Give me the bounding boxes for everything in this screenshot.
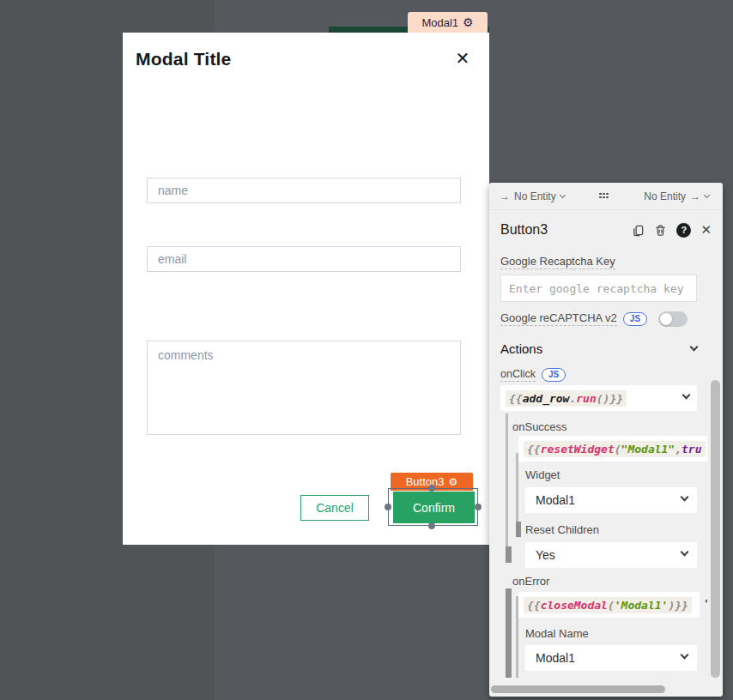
code-token: run: [576, 392, 596, 405]
delete-icon[interactable]: [654, 224, 667, 237]
code-token: closeModal: [541, 599, 608, 612]
vertical-scrollbar[interactable]: [711, 380, 720, 678]
resize-handle-top[interactable]: [428, 485, 435, 492]
tree-connector: [506, 413, 508, 562]
copy-icon[interactable]: [632, 224, 645, 237]
modal-name-label: Modal Name: [525, 627, 589, 640]
arrow-right-icon: →: [500, 190, 510, 202]
help-icon[interactable]: ?: [676, 223, 691, 238]
tree-connector-stub: [506, 546, 512, 563]
resize-handle-bottom[interactable]: [428, 522, 435, 529]
onsuccess-code: {{resetWidget("Modal1",tru: [524, 441, 706, 457]
recaptcha-v2-row: Google reCAPTCHA v2 JS: [500, 311, 647, 326]
code-token: ,: [675, 443, 682, 456]
arrow-right-icon: →: [690, 190, 700, 202]
modal-name-value: Modal1: [536, 651, 575, 665]
close-icon[interactable]: ✕: [451, 46, 475, 70]
code-token: ()}}: [597, 392, 623, 405]
horizontal-scrollbar[interactable]: [491, 685, 665, 693]
chevron-down-icon: [690, 343, 699, 352]
onclick-code-field[interactable]: {{add_row.run()}}: [500, 385, 697, 411]
chevron-down-icon: [681, 493, 689, 502]
code-token: {{: [509, 392, 523, 405]
code-token: (: [608, 599, 615, 612]
onerror-code-field[interactable]: {{closeModal('Modal1')}}: [518, 592, 700, 618]
close-pane-icon[interactable]: ✕: [700, 222, 712, 238]
widget-label: Widget: [525, 468, 560, 481]
recaptcha-v2-switch[interactable]: [658, 311, 688, 327]
js-toggle-pill[interactable]: JS: [623, 312, 647, 326]
onsuccess-code-field[interactable]: {{resetWidget("Modal1",tru: [518, 436, 707, 462]
actions-section-header[interactable]: Actions: [500, 341, 697, 356]
code-token: add_row: [523, 392, 570, 405]
chevron-down-icon: [704, 192, 710, 198]
code-token: (: [615, 443, 621, 456]
drag-handle-icon[interactable]: [599, 193, 609, 200]
comments-textarea[interactable]: [147, 341, 461, 435]
code-token: tru: [682, 443, 701, 456]
code-token: resetWidget: [541, 443, 615, 456]
actions-section-label: Actions: [500, 341, 542, 356]
incoming-entity-selector[interactable]: → No Entity: [500, 190, 565, 202]
modal-name-dropdown[interactable]: Modal1: [525, 645, 697, 671]
code-token: )}}: [668, 599, 688, 612]
email-input[interactable]: [147, 246, 461, 272]
widget-dropdown-value: Modal1: [536, 493, 575, 507]
cancel-button[interactable]: Cancel: [300, 495, 369, 521]
onerror-overflow-mark: ': [703, 597, 710, 610]
modal-dialog: Modal Title ✕ Cancel Button3 ⚙ Confirm: [123, 33, 489, 545]
resize-handle-left[interactable]: [385, 504, 391, 510]
chevron-down-icon[interactable]: [682, 391, 691, 400]
tree-connector-stub: [516, 522, 521, 537]
modal1-badge-label: Modal1: [421, 16, 458, 29]
button3-badge-label: Button3: [406, 475, 445, 488]
onclick-code: {{add_row.run()}}: [506, 390, 627, 407]
recaptcha-key-input[interactable]: [500, 275, 697, 302]
property-pane: → No Entity No Entity → Button3 ? ✕: [489, 183, 723, 697]
code-token: {{: [527, 599, 541, 612]
code-token: 'Modal1': [615, 599, 669, 612]
onerror-label: onError: [512, 575, 549, 588]
code-token: "Modal1": [621, 443, 675, 456]
widget-dropdown[interactable]: Modal1: [525, 487, 697, 513]
modal-title: Modal Title: [136, 49, 232, 69]
onclick-row: onClick JS: [500, 368, 566, 382]
chevron-down-icon: [560, 192, 566, 198]
switch-knob: [660, 313, 672, 325]
code-token: {{: [527, 443, 541, 456]
chevron-down-icon: [681, 651, 689, 660]
pane-title-row: Button3 ? ✕: [500, 222, 712, 238]
reset-children-dropdown[interactable]: Yes: [525, 542, 697, 568]
confirm-button[interactable]: Confirm: [393, 492, 475, 523]
recaptcha-v2-label: Google reCAPTCHA v2: [500, 311, 617, 326]
gear-icon[interactable]: ⚙: [463, 16, 474, 28]
js-toggle-pill[interactable]: JS: [542, 368, 566, 382]
resize-handle-right[interactable]: [475, 504, 482, 510]
connection-header: → No Entity No Entity →: [489, 183, 723, 210]
incoming-entity-label: No Entity: [514, 190, 556, 202]
outgoing-entity-selector[interactable]: No Entity →: [644, 190, 709, 202]
tree-connector-stub: [506, 588, 512, 678]
chevron-down-icon: [681, 548, 689, 557]
reset-children-label: Reset Children: [525, 523, 599, 536]
gear-icon[interactable]: ⚙: [449, 477, 458, 487]
onerror-code: {{closeModal('Modal1')}}: [524, 597, 692, 613]
onclick-label: onClick: [500, 368, 536, 382]
modal1-widget-badge[interactable]: Modal1 ⚙: [408, 12, 488, 33]
widget-name-title[interactable]: Button3: [500, 222, 622, 238]
recaptcha-key-label: Google Recaptcha Key: [500, 255, 615, 269]
outgoing-entity-label: No Entity: [644, 190, 686, 202]
name-input[interactable]: [147, 178, 461, 203]
onsuccess-label: onSuccess: [512, 420, 567, 433]
reset-children-value: Yes: [536, 548, 555, 562]
